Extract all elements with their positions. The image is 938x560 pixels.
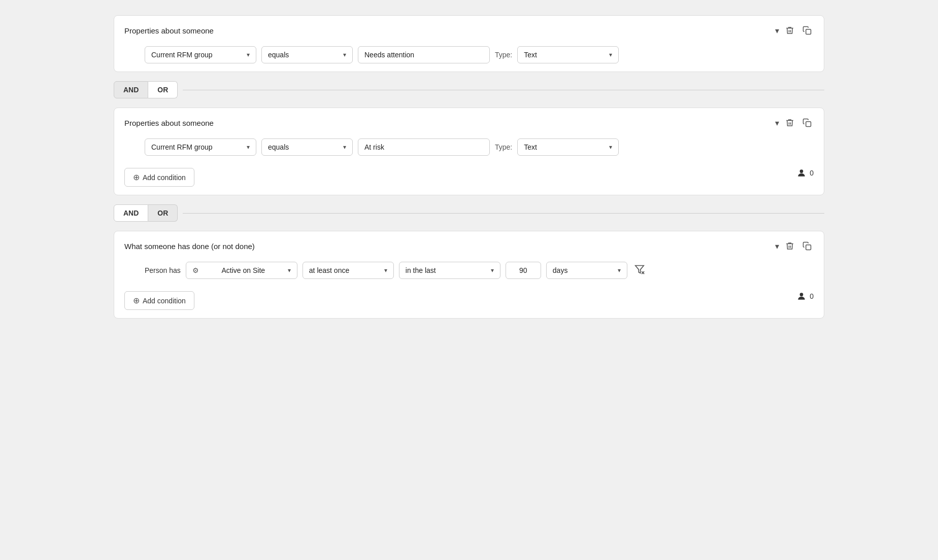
block2-condition-row: Current RFM group ▾ equals ▾ Type: Text …: [145, 138, 814, 156]
block3-header: What someone has done (or not done) ▾: [124, 239, 814, 253]
block3-at-least-label: at least once: [309, 266, 349, 274]
block1-operator-dropdown[interactable]: equals ▾: [261, 46, 353, 63]
block1-delete-button[interactable]: [783, 24, 796, 37]
block2-copy-button[interactable]: [800, 116, 814, 129]
block3-active-on-site-dropdown[interactable]: ⚙ Active on Site ▾: [186, 262, 297, 279]
block1-chevron[interactable]: ▾: [775, 26, 779, 36]
block3-count-value: 0: [810, 292, 814, 300]
block2-actions: ▾: [775, 116, 814, 129]
svg-rect-1: [806, 122, 811, 127]
block3-in-last-chevron: ▾: [491, 267, 494, 274]
block1-type-dropdown[interactable]: Text ▾: [517, 46, 619, 63]
copy-icon: [802, 26, 812, 35]
block2-type-dropdown[interactable]: Text ▾: [517, 138, 619, 156]
andor1-line: [183, 90, 824, 90]
block3-at-least-dropdown[interactable]: at least once ▾: [303, 262, 394, 279]
block3-in-last-label: in the last: [406, 266, 436, 274]
block3-filter-button[interactable]: [632, 262, 647, 279]
andor1-or-button[interactable]: OR: [148, 81, 178, 98]
block2-type-label: Type:: [495, 143, 512, 151]
block2-chevron[interactable]: ▾: [775, 118, 779, 128]
block3-add-circle-icon: ⊕: [133, 296, 140, 305]
block2-title: Properties about someone: [124, 119, 214, 127]
block2-value-input[interactable]: [358, 138, 490, 156]
block2-user-count: 0: [796, 168, 814, 178]
block3-number-input[interactable]: [506, 262, 541, 279]
block3-days-label: days: [553, 266, 568, 274]
block3-at-least-chevron: ▾: [384, 267, 387, 274]
block1-type-label: Type:: [495, 51, 512, 59]
andor1-bar: AND OR: [114, 81, 824, 98]
block2-type-value: Text: [524, 143, 537, 151]
svg-point-7: [800, 293, 803, 296]
block2-operator-dropdown[interactable]: equals ▾: [261, 138, 353, 156]
block2-field-chevron: ▾: [247, 144, 250, 151]
block2-operator-label: equals: [268, 143, 289, 151]
block1-operator-label: equals: [268, 51, 289, 59]
block2-card: Properties about someone ▾ Current RFM: [114, 108, 824, 195]
block3-days-chevron: ▾: [618, 267, 621, 274]
block3-in-last-dropdown[interactable]: in the last ▾: [399, 262, 500, 279]
block3-active-chevron: ▾: [288, 267, 291, 274]
block3-days-dropdown[interactable]: days ▾: [546, 262, 627, 279]
block3-user-icon: [796, 291, 807, 301]
block1-copy-button[interactable]: [800, 24, 814, 37]
block2-add-condition-label: Add condition: [143, 173, 186, 182]
block2-field-dropdown[interactable]: Current RFM group ▾: [145, 138, 256, 156]
trash-icon2: [785, 118, 794, 127]
block2-field-label: Current RFM group: [151, 143, 213, 151]
block1-field-label: Current RFM group: [151, 51, 213, 59]
svg-point-2: [800, 169, 803, 173]
andor2-and-button[interactable]: AND: [114, 204, 148, 222]
block2-header: Properties about someone ▾: [124, 116, 814, 129]
block3-add-condition-button[interactable]: ⊕ Add condition: [124, 291, 194, 310]
block2-count-value: 0: [810, 169, 814, 177]
block1-type-value: Text: [524, 51, 537, 59]
block2-add-condition-button[interactable]: ⊕ Add condition: [124, 168, 194, 187]
svg-rect-0: [806, 29, 811, 34]
andor2-or-button[interactable]: OR: [148, 204, 178, 222]
block2-type-chevron: ▾: [609, 144, 612, 151]
block1-condition-row: Current RFM group ▾ equals ▾ Type: Text …: [145, 46, 814, 63]
block3-person-has-label: Person has: [145, 266, 181, 274]
block3-user-count: 0: [796, 291, 814, 301]
block3-footer: ⊕ Add condition 0: [124, 282, 814, 310]
block3-add-condition-label: Add condition: [143, 297, 186, 305]
block2-delete-button[interactable]: [783, 116, 796, 129]
block1-actions: ▾: [775, 24, 814, 37]
andor2-bar: AND OR: [114, 204, 824, 222]
block2-user-icon: [796, 168, 807, 178]
block2-operator-chevron: ▾: [343, 144, 346, 151]
main-container: Properties about someone ▾ Current RFM: [114, 10, 824, 324]
block1-operator-chevron: ▾: [343, 51, 346, 58]
andor1-and-button[interactable]: AND: [114, 81, 148, 98]
block3-active-on-site-label: Active on Site: [222, 266, 265, 274]
block1-value-input[interactable]: [358, 46, 490, 63]
block1-type-chevron: ▾: [609, 51, 612, 58]
block1-title: Properties about someone: [124, 26, 214, 35]
block1-card: Properties about someone ▾ Current RFM: [114, 15, 824, 72]
copy-icon2: [802, 118, 812, 127]
block1-header: Properties about someone ▾: [124, 24, 814, 37]
block1-field-chevron: ▾: [247, 51, 250, 58]
block3-actions: ▾: [775, 239, 814, 253]
block2-add-circle-icon: ⊕: [133, 172, 140, 182]
block3-delete-button[interactable]: [783, 239, 796, 253]
filter-icon: [634, 264, 645, 274]
block2-footer: ⊕ Add condition 0: [124, 159, 814, 187]
block3-copy-button[interactable]: [800, 239, 814, 253]
block3-condition-row: Person has ⚙ Active on Site ▾ at least o…: [145, 262, 814, 279]
copy-icon3: [802, 241, 812, 251]
andor2-line: [183, 213, 824, 214]
trash-icon: [785, 26, 794, 35]
block3-card: What someone has done (or not done) ▾ Pe…: [114, 231, 824, 319]
svg-rect-3: [806, 245, 811, 250]
block1-field-dropdown[interactable]: Current RFM group ▾: [145, 46, 256, 63]
block3-title: What someone has done (or not done): [124, 242, 255, 251]
gear-icon: ⚙: [192, 266, 199, 274]
block3-chevron[interactable]: ▾: [775, 241, 779, 251]
trash-icon3: [785, 241, 794, 251]
